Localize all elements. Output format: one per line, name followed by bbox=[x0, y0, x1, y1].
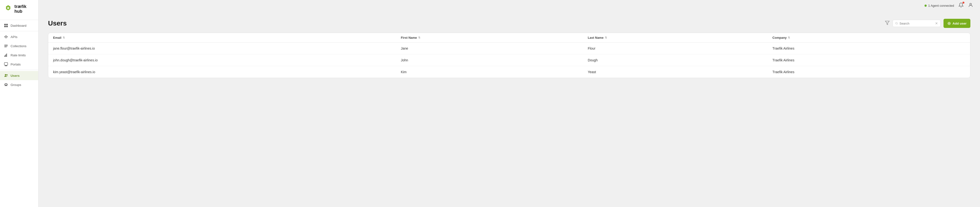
users-icon bbox=[4, 74, 8, 78]
svg-rect-18 bbox=[6, 53, 7, 57]
sidebar-item-label: Dashboard bbox=[11, 24, 26, 27]
col-last-name[interactable]: Last Name ⇅ bbox=[583, 33, 768, 43]
col-company[interactable]: Company ⇅ bbox=[768, 33, 970, 43]
app-logo: træfik hub bbox=[0, 0, 38, 19]
svg-point-26 bbox=[7, 84, 8, 85]
page-title: Users bbox=[48, 19, 67, 27]
svg-rect-3 bbox=[4, 24, 6, 25]
sort-company-icon: ⇅ bbox=[788, 36, 790, 39]
sidebar-item-label: Collections bbox=[11, 44, 26, 48]
notification-badge bbox=[963, 2, 964, 3]
sidebar-item-dashboard[interactable]: Dashboard bbox=[0, 21, 38, 30]
notifications-button[interactable] bbox=[958, 2, 964, 9]
api-icon bbox=[4, 35, 8, 39]
sidebar-item-groups[interactable]: Groups bbox=[0, 80, 38, 89]
svg-rect-15 bbox=[4, 56, 5, 57]
cell-company: Traefik Airlines bbox=[768, 43, 970, 55]
svg-rect-12 bbox=[4, 45, 8, 45]
svg-point-10 bbox=[6, 35, 6, 36]
table-row[interactable]: john.dough@traefik-airlines.ioJohnDoughT… bbox=[48, 55, 970, 66]
svg-rect-13 bbox=[4, 46, 8, 46]
svg-marker-28 bbox=[885, 21, 889, 25]
sidebar-item-users[interactable]: Users bbox=[0, 71, 38, 80]
add-icon: ⊕ bbox=[947, 21, 951, 26]
table-body: jane.flour@traefik-airlines.ioJaneFlourT… bbox=[48, 43, 970, 78]
svg-point-7 bbox=[4, 36, 5, 37]
svg-rect-19 bbox=[4, 63, 8, 65]
app-name: træfik hub bbox=[14, 4, 26, 14]
sidebar-item-label: Portals bbox=[11, 63, 21, 66]
sidebar-item-rate-limits[interactable]: Rate limits bbox=[0, 51, 38, 60]
svg-point-27 bbox=[970, 3, 971, 5]
svg-point-29 bbox=[896, 22, 897, 24]
main-area: 1 Agent connected Users ✕ ⊕ bbox=[38, 0, 980, 207]
cell-last_name: Flour bbox=[583, 43, 768, 55]
header-actions: ✕ ⊕ Add user bbox=[885, 19, 970, 28]
sort-lastname-icon: ⇅ bbox=[605, 36, 607, 39]
sidebar-item-portals[interactable]: Portals bbox=[0, 60, 38, 69]
search-box: ✕ bbox=[892, 20, 940, 27]
sidebar-item-label: APIs bbox=[11, 35, 18, 39]
agent-status: 1 Agent connected bbox=[924, 4, 954, 8]
svg-rect-4 bbox=[6, 24, 8, 25]
cell-first_name: John bbox=[396, 55, 583, 66]
logo-icon bbox=[4, 4, 13, 14]
svg-point-25 bbox=[4, 84, 5, 85]
dashboard-icon bbox=[4, 23, 8, 28]
agent-status-label: 1 Agent connected bbox=[928, 4, 954, 8]
page-header: Users ✕ ⊕ Add user bbox=[48, 19, 970, 28]
table-header: Email ⇅ First Name ⇅ Las bbox=[48, 33, 970, 43]
col-email[interactable]: Email ⇅ bbox=[48, 33, 396, 43]
svg-rect-5 bbox=[4, 26, 6, 27]
svg-point-11 bbox=[6, 37, 6, 38]
sidebar-item-apis[interactable]: APIs bbox=[0, 32, 38, 42]
table-row[interactable]: kim.yeast@traefik-airlines.ioKimYeastTra… bbox=[48, 66, 970, 78]
svg-point-24 bbox=[6, 83, 7, 85]
cell-email: john.dough@traefik-airlines.io bbox=[48, 55, 396, 66]
add-user-button[interactable]: ⊕ Add user bbox=[943, 19, 970, 28]
users-table: Email ⇅ First Name ⇅ Las bbox=[48, 33, 970, 78]
cell-company: Traefik Airlines bbox=[768, 55, 970, 66]
svg-point-23 bbox=[6, 74, 8, 75]
svg-rect-21 bbox=[5, 66, 7, 66]
sidebar-item-collections[interactable]: Collections bbox=[0, 42, 38, 51]
svg-rect-6 bbox=[6, 26, 8, 27]
svg-point-2 bbox=[7, 7, 9, 9]
svg-point-8 bbox=[7, 36, 8, 37]
svg-rect-17 bbox=[6, 54, 6, 57]
svg-point-22 bbox=[5, 74, 6, 75]
table-row[interactable]: jane.flour@traefik-airlines.ioJaneFlourT… bbox=[48, 43, 970, 55]
svg-rect-14 bbox=[4, 47, 7, 47]
cell-email: jane.flour@traefik-airlines.io bbox=[48, 43, 396, 55]
cell-last_name: Yeast bbox=[583, 66, 768, 78]
sidebar-divider-2 bbox=[0, 70, 38, 70]
cell-company: Traefik Airlines bbox=[768, 66, 970, 78]
cell-last_name: Dough bbox=[583, 55, 768, 66]
groups-icon bbox=[4, 83, 8, 87]
add-user-label: Add user bbox=[952, 22, 967, 25]
svg-rect-20 bbox=[5, 65, 7, 66]
search-input[interactable] bbox=[899, 22, 934, 25]
search-icon bbox=[895, 22, 898, 25]
sort-email-icon: ⇅ bbox=[63, 36, 65, 39]
svg-rect-16 bbox=[5, 55, 6, 57]
col-first-name[interactable]: First Name ⇅ bbox=[396, 33, 583, 43]
cell-first_name: Jane bbox=[396, 43, 583, 55]
search-clear-button[interactable]: ✕ bbox=[935, 21, 938, 25]
filter-button[interactable] bbox=[885, 21, 890, 26]
svg-line-30 bbox=[897, 24, 897, 24]
sidebar-item-label: Groups bbox=[11, 83, 21, 87]
user-menu-button[interactable] bbox=[968, 2, 973, 9]
collections-icon bbox=[4, 44, 8, 48]
sidebar-divider-1 bbox=[0, 31, 38, 31]
sidebar-item-label: Users bbox=[11, 74, 20, 77]
sort-firstname-icon: ⇅ bbox=[418, 36, 420, 39]
cell-first_name: Kim bbox=[396, 66, 583, 78]
topbar: 1 Agent connected bbox=[38, 0, 980, 11]
content-area: Users ✕ ⊕ Add user bbox=[38, 11, 980, 207]
rate-limits-icon bbox=[4, 53, 8, 57]
cell-email: kim.yeast@traefik-airlines.io bbox=[48, 66, 396, 78]
sidebar-item-label: Rate limits bbox=[11, 53, 26, 57]
sidebar: træfik hub Dashboard APIs Collections Ra… bbox=[0, 0, 38, 207]
agent-dot bbox=[924, 5, 927, 7]
